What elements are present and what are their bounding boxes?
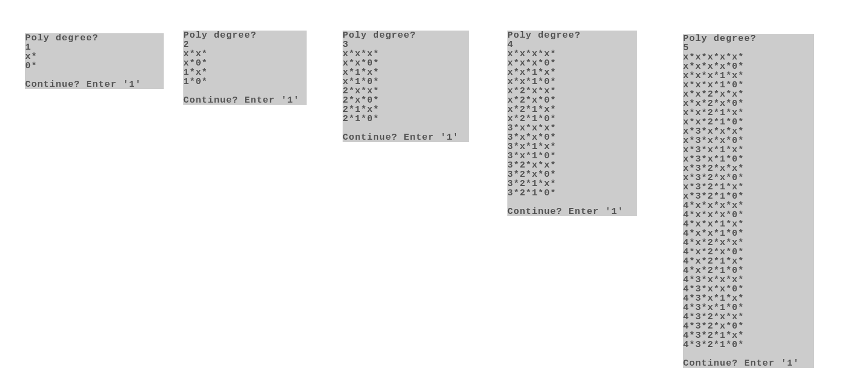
continue-line: Continue? Enter '1' bbox=[183, 95, 307, 105]
output-line: x*x*x*x*x* bbox=[683, 52, 814, 62]
output-line: 3*2*1*x* bbox=[507, 179, 637, 188]
output-line: 3*2*x*x* bbox=[507, 160, 637, 170]
prompt-line: Poly degree? bbox=[507, 31, 637, 40]
output-line: x*x*0* bbox=[343, 58, 469, 68]
output-line: x*0* bbox=[183, 58, 307, 68]
terminal-output-4: Poly degree?4x*x*x*x*x*x*x*0*x*x*1*x*x*x… bbox=[507, 31, 637, 216]
degree-line: 1 bbox=[25, 43, 164, 52]
prompt-line: Poly degree? bbox=[25, 33, 164, 43]
blank-line bbox=[683, 349, 814, 359]
output-line: x*x*x* bbox=[343, 49, 469, 58]
output-line: 4*3*x*1*x* bbox=[683, 294, 814, 303]
output-line: 4*x*x*1*0* bbox=[683, 229, 814, 238]
output-line: 3*x*1*0* bbox=[507, 151, 637, 160]
output-line: 3*x*x*0* bbox=[507, 133, 637, 142]
output-line: x*1*0* bbox=[343, 77, 469, 86]
output-line: 3*x*x*x* bbox=[507, 123, 637, 133]
output-line: x*x*2*x*x* bbox=[683, 89, 814, 99]
blank-line bbox=[25, 70, 164, 80]
output-line: 0* bbox=[25, 61, 164, 70]
output-line: x*x*1*x* bbox=[507, 68, 637, 77]
continue-line: Continue? Enter '1' bbox=[25, 80, 164, 89]
output-line: x*2*1*0* bbox=[507, 114, 637, 123]
output-line: 1*0* bbox=[183, 77, 307, 86]
output-line: x*x*x*0* bbox=[507, 58, 637, 68]
output-line: x*3*2*x*0* bbox=[683, 173, 814, 182]
output-line: 2*x*0* bbox=[343, 95, 469, 105]
output-line: x*3*2*1*x* bbox=[683, 182, 814, 192]
prompt-line: Poly degree? bbox=[683, 34, 814, 43]
output-line: x*1*x* bbox=[343, 68, 469, 77]
output-line: 4*3*2*x*0* bbox=[683, 321, 814, 331]
blank-line bbox=[507, 198, 637, 207]
output-line: 4*x*x*x*0* bbox=[683, 210, 814, 219]
output-line: 4*x*x*x*x* bbox=[683, 201, 814, 210]
output-line: 3*x*1*x* bbox=[507, 142, 637, 151]
output-line: 4*x*2*x*0* bbox=[683, 247, 814, 256]
output-line: 3*2*x*0* bbox=[507, 170, 637, 179]
terminal-output-5: Poly degree?5x*x*x*x*x*x*x*x*x*0*x*x*x*1… bbox=[683, 34, 814, 368]
output-line: 2*x*x* bbox=[343, 86, 469, 95]
output-line: x*x*x*x*0* bbox=[683, 62, 814, 71]
continue-line: Continue? Enter '1' bbox=[683, 359, 814, 368]
output-line: x*x*2*1*x* bbox=[683, 108, 814, 117]
output-line: x*3*x*1*x* bbox=[683, 145, 814, 154]
output-line: x*3*x*x*x* bbox=[683, 127, 814, 136]
prompt-line: Poly degree? bbox=[343, 31, 469, 40]
output-line: 3*2*1*0* bbox=[507, 188, 637, 198]
output-line: 4*3*x*x*0* bbox=[683, 284, 814, 294]
continue-line: Continue? Enter '1' bbox=[507, 207, 637, 216]
output-line: x*2*x*0* bbox=[507, 95, 637, 105]
output-line: 4*3*x*x*x* bbox=[683, 275, 814, 284]
terminal-output-3: Poly degree?3x*x*x*x*x*0*x*1*x*x*1*0*2*x… bbox=[343, 31, 469, 142]
output-line: 4*3*2*1*x* bbox=[683, 331, 814, 340]
terminal-output-1: Poly degree?1x*0* Continue? Enter '1' bbox=[25, 33, 164, 89]
output-line: 4*x*2*1*0* bbox=[683, 266, 814, 275]
output-line: x* bbox=[25, 52, 164, 61]
output-line: x*x*2*x*0* bbox=[683, 99, 814, 108]
output-line: x*2*1*x* bbox=[507, 105, 637, 114]
output-line: x*x*x*1*x* bbox=[683, 71, 814, 80]
output-line: 2*1*0* bbox=[343, 114, 469, 123]
output-line: x*x*x*1*0* bbox=[683, 80, 814, 89]
output-line: 4*3*2*1*0* bbox=[683, 340, 814, 349]
continue-line: Continue? Enter '1' bbox=[343, 133, 469, 142]
output-line: 2*1*x* bbox=[343, 105, 469, 114]
output-line: x*x*1*0* bbox=[507, 77, 637, 86]
blank-line bbox=[343, 123, 469, 133]
output-line: x*x*2*1*0* bbox=[683, 117, 814, 127]
degree-line: 3 bbox=[343, 40, 469, 49]
prompt-line: Poly degree? bbox=[183, 31, 307, 40]
output-line: x*x* bbox=[183, 49, 307, 58]
degree-line: 5 bbox=[683, 43, 814, 52]
degree-line: 4 bbox=[507, 40, 637, 49]
output-line: x*x*x*x* bbox=[507, 49, 637, 58]
output-line: x*3*2*1*0* bbox=[683, 192, 814, 201]
degree-line: 2 bbox=[183, 40, 307, 49]
output-line: x*3*x*1*0* bbox=[683, 154, 814, 164]
output-line: 4*x*2*x*x* bbox=[683, 238, 814, 247]
output-line: x*3*2*x*x* bbox=[683, 164, 814, 173]
output-line: 1*x* bbox=[183, 68, 307, 77]
output-line: 4*3*2*x*x* bbox=[683, 312, 814, 321]
output-line: x*2*x*x* bbox=[507, 86, 637, 95]
output-line: 4*x*2*1*x* bbox=[683, 256, 814, 266]
terminal-output-2: Poly degree?2x*x*x*0*1*x*1*0* Continue? … bbox=[183, 31, 307, 105]
output-line: 4*3*x*1*0* bbox=[683, 303, 814, 312]
output-line: 4*x*x*1*x* bbox=[683, 219, 814, 229]
output-line: x*3*x*x*0* bbox=[683, 136, 814, 145]
blank-line bbox=[183, 86, 307, 95]
